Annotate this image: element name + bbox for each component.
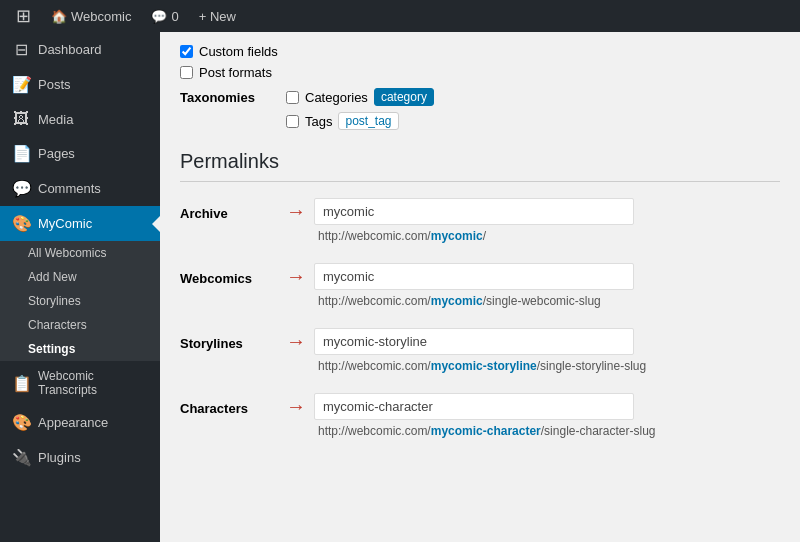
tags-checkbox[interactable]: [286, 115, 299, 128]
admin-bar: ⊞ 🏠 Webcomic 💬 0 + New: [0, 0, 800, 32]
wp-icon: ⊞: [16, 5, 31, 27]
storylines-input-row: →: [286, 328, 780, 355]
taxonomies-label: Taxonomies: [180, 88, 270, 105]
media-icon: 🖼: [12, 110, 30, 128]
dashboard-icon: ⊟: [12, 40, 30, 59]
new-button[interactable]: + New: [191, 0, 244, 32]
storylines-input[interactable]: [314, 328, 634, 355]
characters-content: → http://webcomic.com/mycomic-character/…: [286, 393, 780, 438]
post-tag-badge[interactable]: post_tag: [338, 112, 398, 130]
categories-checkbox[interactable]: [286, 91, 299, 104]
sidebar-item-appearance[interactable]: 🎨 Appearance: [0, 405, 160, 440]
archive-input-row: →: [286, 198, 780, 225]
sidebar-item-label: MyComic: [38, 216, 92, 231]
submenu-settings[interactable]: Settings: [0, 337, 160, 361]
site-name-button[interactable]: 🏠 Webcomic: [43, 0, 139, 32]
submenu-characters[interactable]: Characters: [0, 313, 160, 337]
characters-arrow-icon: →: [286, 395, 306, 418]
sidebar-item-label: Webcomic Transcripts: [38, 369, 148, 397]
transcripts-icon: 📋: [12, 374, 30, 393]
content-area: Custom fields Post formats Taxonomies Ca…: [160, 32, 800, 542]
comment-icon: 💬: [151, 9, 167, 24]
submenu-storylines[interactable]: Storylines: [0, 289, 160, 313]
webcomics-input-row: →: [286, 263, 780, 290]
categories-row: Categories category: [286, 88, 434, 106]
submenu-all-webcomics[interactable]: All Webcomics: [0, 241, 160, 265]
sidebar-item-posts[interactable]: 📝 Posts: [0, 67, 160, 102]
sidebar-item-label: Media: [38, 112, 73, 127]
home-icon: 🏠: [51, 9, 67, 24]
custom-fields-checkbox[interactable]: [180, 45, 193, 58]
pages-icon: 📄: [12, 144, 30, 163]
taxonomies-options: Categories category Tags post_tag: [286, 88, 434, 130]
sidebar-item-webcomic-transcripts[interactable]: 📋 Webcomic Transcripts: [0, 361, 160, 405]
site-name-label: Webcomic: [71, 9, 131, 24]
storylines-label: Storylines: [180, 328, 270, 351]
storylines-content: → http://webcomic.com/mycomic-storyline/…: [286, 328, 780, 373]
post-formats-label: Post formats: [199, 65, 272, 80]
archive-label: Archive: [180, 198, 270, 221]
post-formats-row: Post formats: [180, 65, 780, 80]
webcomics-content: → http://webcomic.com/mycomic/single-web…: [286, 263, 780, 308]
sidebar-item-plugins[interactable]: 🔌 Plugins: [0, 440, 160, 475]
category-tag[interactable]: category: [374, 88, 434, 106]
post-formats-checkbox[interactable]: [180, 66, 193, 79]
archive-input[interactable]: [314, 198, 634, 225]
posts-icon: 📝: [12, 75, 30, 94]
comments-icon: 💬: [12, 179, 30, 198]
storylines-row: Storylines → http://webcomic.com/mycomic…: [180, 328, 780, 373]
storylines-arrow-icon: →: [286, 330, 306, 353]
appearance-icon: 🎨: [12, 413, 30, 432]
custom-fields-label: Custom fields: [199, 44, 278, 59]
sidebar-item-label: Plugins: [38, 450, 81, 465]
new-label: + New: [199, 9, 236, 24]
sidebar-item-pages[interactable]: 📄 Pages: [0, 136, 160, 171]
permalinks-section: Permalinks Archive → http://webcomic.com…: [180, 150, 780, 438]
archive-url: http://webcomic.com/mycomic/: [286, 229, 780, 243]
characters-input-row: →: [286, 393, 780, 420]
categories-label: Categories: [305, 90, 368, 105]
sidebar-item-dashboard[interactable]: ⊟ Dashboard: [0, 32, 160, 67]
comments-button[interactable]: 💬 0: [143, 0, 186, 32]
characters-url: http://webcomic.com/mycomic-character/si…: [286, 424, 780, 438]
mycomic-icon: 🎨: [12, 214, 30, 233]
taxonomies-section: Taxonomies Categories category Tags post…: [180, 88, 780, 130]
archive-row: Archive → http://webcomic.com/mycomic/: [180, 198, 780, 243]
comment-count: 0: [171, 9, 178, 24]
characters-input[interactable]: [314, 393, 634, 420]
webcomics-label: Webcomics: [180, 263, 270, 286]
sidebar-item-media[interactable]: 🖼 Media: [0, 102, 160, 136]
characters-label: Characters: [180, 393, 270, 416]
tags-row: Tags post_tag: [286, 112, 434, 130]
archive-arrow-icon: →: [286, 200, 306, 223]
webcomics-arrow-icon: →: [286, 265, 306, 288]
sidebar: ⊟ Dashboard 📝 Posts 🖼 Media 📄 Pages 💬 Co…: [0, 32, 160, 542]
top-checkboxes: Custom fields Post formats: [180, 44, 780, 80]
sidebar-item-label: Appearance: [38, 415, 108, 430]
submenu-add-new[interactable]: Add New: [0, 265, 160, 289]
tags-label: Tags: [305, 114, 332, 129]
wp-logo-button[interactable]: ⊞: [8, 0, 39, 32]
mycomic-submenu: All Webcomics Add New Storylines Charact…: [0, 241, 160, 361]
storylines-url: http://webcomic.com/mycomic-storyline/si…: [286, 359, 780, 373]
custom-fields-row: Custom fields: [180, 44, 780, 59]
sidebar-item-mycomic[interactable]: 🎨 MyComic: [0, 206, 160, 241]
webcomics-row: Webcomics → http://webcomic.com/mycomic/…: [180, 263, 780, 308]
archive-content: → http://webcomic.com/mycomic/: [286, 198, 780, 243]
sidebar-item-comments[interactable]: 💬 Comments: [0, 171, 160, 206]
webcomics-input[interactable]: [314, 263, 634, 290]
sidebar-item-label: Dashboard: [38, 42, 102, 57]
sidebar-item-label: Posts: [38, 77, 71, 92]
sidebar-item-label: Pages: [38, 146, 75, 161]
plugins-icon: 🔌: [12, 448, 30, 467]
characters-row: Characters → http://webcomic.com/mycomic…: [180, 393, 780, 438]
sidebar-item-label: Comments: [38, 181, 101, 196]
permalinks-title: Permalinks: [180, 150, 780, 182]
webcomics-url: http://webcomic.com/mycomic/single-webco…: [286, 294, 780, 308]
